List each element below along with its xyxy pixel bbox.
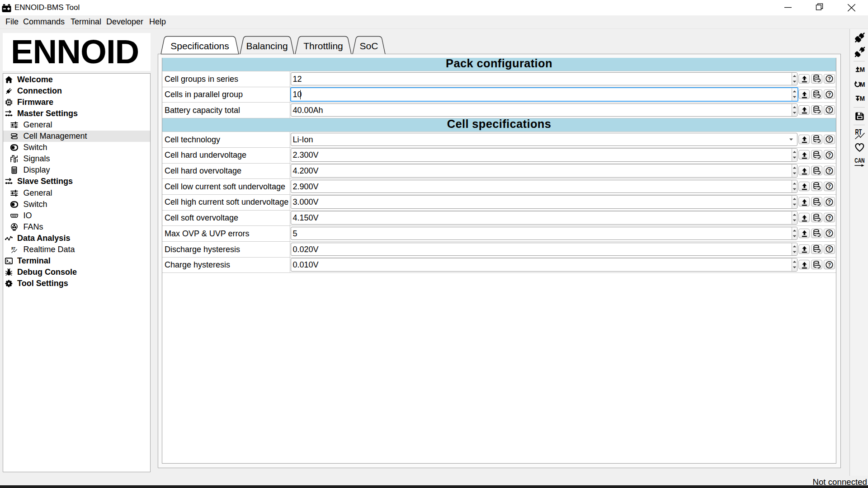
svg-text:SoC: SoC <box>360 41 378 51</box>
svg-text:CAN: CAN <box>854 157 864 164</box>
svg-text:?: ? <box>828 76 831 81</box>
svg-text:?: ? <box>828 152 831 158</box>
svg-text:RT: RT <box>11 246 15 251</box>
svg-text:?: ? <box>828 215 831 220</box>
svg-text:Throttling: Throttling <box>303 41 343 51</box>
svg-text:M: M <box>860 66 865 73</box>
svg-text:RT: RT <box>855 128 862 136</box>
svg-text:?: ? <box>828 92 831 97</box>
svg-text:?: ? <box>828 230 831 236</box>
svg-text:?: ? <box>828 183 831 189</box>
svg-text:?: ? <box>828 136 831 142</box>
svg-text:Specifications: Specifications <box>170 41 229 51</box>
svg-text:Balancing: Balancing <box>246 41 288 51</box>
svg-text:M: M <box>860 81 865 88</box>
svg-text:?: ? <box>828 168 831 173</box>
svg-text:?: ? <box>828 199 831 205</box>
svg-text:M: M <box>860 95 865 102</box>
svg-text:?: ? <box>828 262 831 267</box>
svg-text:?: ? <box>828 246 831 252</box>
svg-text:?: ? <box>828 107 831 113</box>
